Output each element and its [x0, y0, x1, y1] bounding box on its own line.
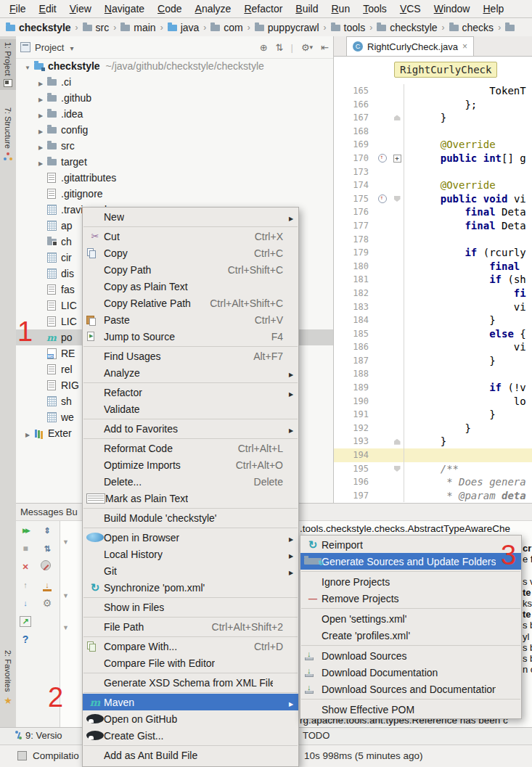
- tree-item-github[interactable]: .github: [16, 90, 333, 106]
- menubar-item-help[interactable]: Help: [476, 3, 510, 15]
- code-line-191[interactable]: 191 }: [334, 408, 532, 422]
- tree-item-target[interactable]: target: [16, 154, 333, 170]
- code-line-186[interactable]: 186 vi: [334, 340, 532, 354]
- line-number[interactable]: 193: [334, 435, 375, 448]
- tree-closed-arrow-icon[interactable]: [22, 427, 33, 439]
- line-number[interactable]: 167: [334, 111, 375, 125]
- tree-open-arrow-icon[interactable]: [22, 60, 33, 72]
- line-number[interactable]: 183: [334, 300, 375, 314]
- menu-item-local-history[interactable]: Local History: [83, 546, 298, 562]
- tree-item-ci[interactable]: .ci: [16, 74, 333, 90]
- code-line-197[interactable]: 197 * @param deta: [334, 489, 532, 503]
- editor[interactable]: RightCurlyCheck.java RightCurlyCheck 165…: [334, 36, 532, 503]
- menubar-item-analyze[interactable]: Analyze: [189, 3, 238, 15]
- settings-button[interactable]: [41, 596, 54, 610]
- code-line-168[interactable]: 168: [334, 125, 532, 139]
- menu-item-optimize-imports[interactable]: Optimize ImportsCtrl+Alt+O: [83, 456, 298, 473]
- menu-item-open-settings-xml[interactable]: Open 'settings.xml': [300, 610, 521, 627]
- menu-item-add-as-ant-build-file[interactable]: Add as Ant Build File: [83, 747, 298, 763]
- tree-closed-arrow-icon[interactable]: [35, 92, 46, 104]
- line-number[interactable]: 173: [334, 165, 375, 179]
- menu-item-build-module-checkstyle[interactable]: Build Module 'checkstyle': [83, 509, 298, 526]
- menu-item-mark-as-plain-text[interactable]: Mark as Plain Text: [83, 490, 298, 506]
- tree-expander-icon[interactable]: ▼: [62, 624, 69, 631]
- menu-item-ignore-projects[interactable]: Ignore Projects: [300, 573, 521, 590]
- code-line-190[interactable]: 190 lo: [334, 395, 532, 409]
- settings-gear-icon[interactable]: [301, 42, 313, 53]
- menu-item-add-to-favorites[interactable]: Add to Favorites: [83, 420, 298, 437]
- menu-item-maven[interactable]: Maven: [83, 694, 298, 710]
- code-line-179[interactable]: 179 if (rcurly: [334, 246, 532, 260]
- menu-item-git[interactable]: Git: [83, 562, 298, 579]
- breadcrumb-item-puppycrawl[interactable]: puppycrawl: [255, 22, 319, 33]
- toolstrip-tab-favorites[interactable]: 2: Favorites: [0, 650, 16, 706]
- line-number[interactable]: 170: [334, 152, 375, 165]
- close-tab-icon[interactable]: [462, 41, 467, 52]
- line-number[interactable]: 175: [334, 192, 375, 206]
- tree-closed-arrow-icon[interactable]: [35, 156, 46, 168]
- rerun-button[interactable]: [19, 524, 32, 537]
- tree-item-gitattributes[interactable]: .gitattributes: [16, 170, 333, 186]
- line-number[interactable]: 184: [334, 313, 375, 327]
- menu-item-show-in-files[interactable]: Show in Files: [83, 599, 298, 615]
- todo-tab[interactable]: TODO: [303, 730, 330, 741]
- menubar-item-refactor[interactable]: Refactor: [237, 3, 289, 15]
- breadcrumb-item-checks[interactable]: checks: [449, 22, 494, 33]
- menu-item-find-usages[interactable]: Find UsagesAlt+F7: [83, 348, 298, 364]
- line-number[interactable]: 178: [334, 233, 375, 247]
- menu-item-generate-xsd-schema-from-xml-file[interactable]: Generate XSD Schema from XML File...: [83, 674, 298, 691]
- line-number[interactable]: 185: [334, 327, 375, 341]
- code-line-192[interactable]: 192 }: [334, 422, 532, 435]
- code-line-174[interactable]: 174 @Override: [334, 179, 532, 192]
- menu-item-reformat-code[interactable]: Reformat CodeCtrl+Alt+L: [83, 440, 298, 456]
- tree-item-checkstyle[interactable]: checkstyle~/java/github/checkstyle/check…: [16, 58, 333, 74]
- menu-item-create-gist[interactable]: Create Gist...: [83, 727, 298, 744]
- menu-item-copy-as-plain-text[interactable]: Copy as Plain Text: [83, 278, 298, 295]
- menubar-item-build[interactable]: Build: [289, 3, 324, 15]
- breadcrumb-item-java[interactable]: java: [168, 22, 200, 33]
- code-line-189[interactable]: 189 if (!v: [334, 381, 532, 395]
- line-number[interactable]: 186: [334, 340, 375, 354]
- breadcrumb-item-com[interactable]: com: [210, 22, 242, 33]
- tree-item-gitignore[interactable]: .gitignore: [16, 186, 333, 202]
- locate-icon[interactable]: [260, 42, 268, 53]
- line-number[interactable]: 180: [334, 260, 375, 274]
- line-number[interactable]: 196: [334, 475, 375, 489]
- down-button[interactable]: [19, 596, 32, 610]
- menu-item-copy[interactable]: CopyCtrl+C: [83, 245, 298, 261]
- fold-collapse-down-icon[interactable]: [394, 466, 401, 472]
- tree-closed-arrow-icon[interactable]: [35, 124, 46, 136]
- menu-item-compare-with[interactable]: Compare With...Ctrl+D: [83, 638, 298, 655]
- code-line-183[interactable]: 183 vi: [334, 300, 532, 314]
- code-line-166[interactable]: 166 };: [334, 98, 532, 112]
- code-line-193[interactable]: 193 }: [334, 435, 532, 448]
- line-number[interactable]: 179: [334, 246, 375, 260]
- code-line-196[interactable]: 196 * Does genera: [334, 475, 532, 489]
- menu-item-copy-path[interactable]: Copy PathCtrl+Shift+C: [83, 261, 298, 278]
- breadcrumb-item-main[interactable]: main: [120, 22, 155, 33]
- tree-item-src[interactable]: src: [16, 138, 333, 154]
- menubar-item-vcs[interactable]: VCS: [393, 3, 427, 15]
- code-line-178[interactable]: 178: [334, 233, 532, 247]
- collapse-all-icon[interactable]: [276, 42, 284, 53]
- line-number[interactable]: 168: [334, 125, 375, 139]
- line-number[interactable]: 192: [334, 422, 375, 435]
- menu-item-synchronize-pom-xml[interactable]: Synchronize 'pom.xml': [83, 579, 298, 596]
- tree-item-config[interactable]: config: [16, 122, 333, 138]
- code-line-170[interactable]: 170 public int[] g: [334, 152, 532, 165]
- line-number[interactable]: 166: [334, 98, 375, 112]
- line-number[interactable]: 195: [334, 462, 375, 476]
- menubar-item-run[interactable]: Run: [324, 3, 356, 15]
- code-line-173[interactable]: 173: [334, 165, 532, 179]
- stop-button[interactable]: [19, 542, 32, 555]
- breadcrumb-item-checkstyle[interactable]: checkstyle: [377, 22, 437, 33]
- code-line-184[interactable]: 184 }: [334, 313, 532, 327]
- editor-tab[interactable]: RightCurlyCheck.java: [346, 36, 474, 56]
- code-line-188[interactable]: 188: [334, 367, 532, 381]
- code-line-167[interactable]: 167 }: [334, 111, 532, 125]
- menu-item-generate-sources-and-update-folders[interactable]: Generate Sources and Update Folders: [300, 553, 521, 570]
- menu-item-analyze[interactable]: Analyze: [83, 364, 298, 381]
- line-number[interactable]: 177: [334, 219, 375, 233]
- line-number[interactable]: 191: [334, 408, 375, 422]
- line-number[interactable]: 190: [334, 395, 375, 409]
